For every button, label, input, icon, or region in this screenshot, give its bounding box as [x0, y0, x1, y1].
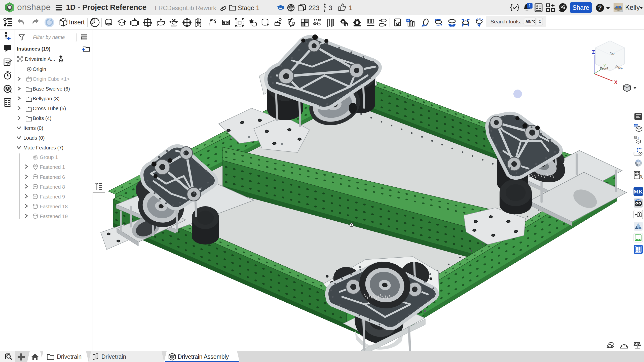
svg-text:?: ? — [598, 4, 602, 11]
svg-text:Y: Y — [603, 63, 606, 68]
svg-text:Z: Z — [592, 49, 595, 55]
svg-text:1: 1 — [528, 4, 531, 8]
svg-text:Right: Right — [615, 65, 624, 71]
svg-text:MK: MK — [634, 189, 643, 195]
svg-text:X: X — [614, 79, 618, 85]
svg-text:x): x) — [639, 173, 643, 179]
svg-text:Top: Top — [609, 51, 615, 56]
